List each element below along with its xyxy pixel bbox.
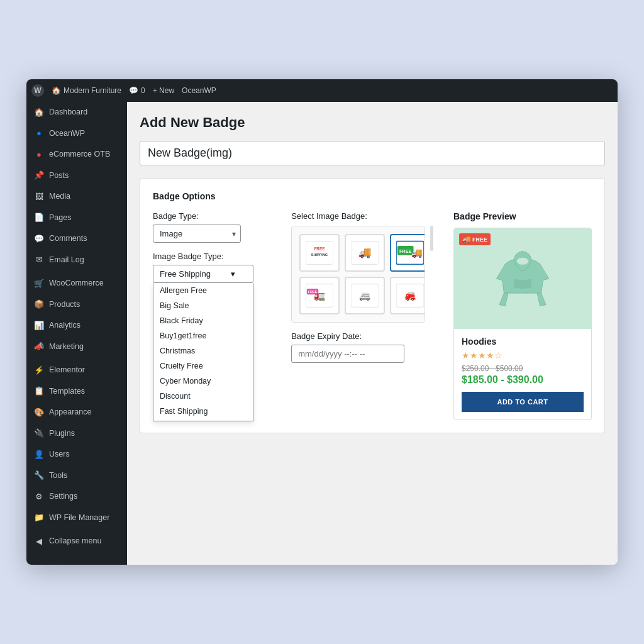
svg-point-17 (517, 258, 528, 265)
product-badge: 🚚 FREE (459, 233, 491, 245)
select-image-badge-label: Select Image Badge: (291, 211, 433, 221)
ecommerce-icon: ● (34, 150, 44, 160)
free-shipping-badge-4-icon: 🚛 FREE (306, 282, 333, 309)
dropdown-item-cruelty-free[interactable]: Cruelty Free (153, 358, 253, 374)
dropdown-selected-value[interactable]: Free Shipping ▾ (153, 265, 253, 283)
collapse-icon: ◀ (34, 536, 44, 547)
dropdown-item-big-sale[interactable]: Big Sale (153, 298, 253, 313)
sidebar-label-collapse: Collapse menu (49, 536, 101, 547)
dropdown-item-cyber-monday[interactable]: Cyber Monday (153, 374, 253, 389)
product-image-area: 🚚 FREE (454, 228, 591, 329)
sidebar-label-woocommerce: WooCommerce (49, 278, 104, 289)
products-icon: 📦 (34, 300, 44, 310)
dropdown-item-allergen-free[interactable]: Allergen Free (153, 283, 253, 298)
main-layout: 🏠 Dashboard ● OceanWP ● eCommerce OTB 📌 … (26, 102, 618, 565)
sidebar-item-comments[interactable]: 💬 Comments (26, 228, 127, 250)
sidebar-item-woocommerce[interactable]: 🛒 WooCommerce (26, 273, 127, 294)
sidebar-item-pages[interactable]: 📄 Pages (26, 208, 127, 229)
image-badge-type-dropdown[interactable]: Free Shipping ▾ Allergen Free Big Sale B… (153, 265, 253, 283)
theme-label: OceanWP (182, 86, 216, 95)
image-badge-grid: FREE SHIPPING 🚚 (291, 226, 425, 323)
tools-icon: 🔧 (34, 471, 44, 481)
sidebar-item-users[interactable]: 👤 Users (26, 444, 127, 465)
theme-link[interactable]: OceanWP (182, 86, 216, 95)
dropdown-item-discount[interactable]: Discount (153, 389, 253, 404)
badge-name-input[interactable] (140, 141, 605, 165)
dropdown-item-buy1get1free[interactable]: Buy1get1free (153, 328, 253, 343)
badge-type-select[interactable]: Image Text Custom (153, 225, 241, 243)
dropdown-item-christmas[interactable]: Christmas (153, 343, 253, 358)
free-shipping-badge-3-icon: FREE 🚚 (396, 239, 424, 267)
badge-option-2[interactable]: 🚚 (345, 234, 385, 272)
sidebar-item-email-log[interactable]: ✉ Email Log (26, 250, 127, 271)
email-log-icon: ✉ (34, 255, 44, 265)
sidebar-item-posts[interactable]: 📌 Posts (26, 165, 127, 187)
dropdown-item-black-friday[interactable]: Black Friday (153, 313, 253, 328)
sidebar-item-templates[interactable]: 📋 Templates (26, 381, 127, 402)
sidebar-item-products[interactable]: 📦 Products (26, 294, 127, 316)
sidebar-label-email-log: Email Log (49, 255, 84, 266)
sidebar-label-templates: Templates (49, 386, 85, 397)
sidebar-item-marketing[interactable]: 📣 Marketing (26, 336, 127, 358)
templates-icon: 📋 (34, 387, 44, 397)
sidebar-item-plugins[interactable]: 🔌 Plugins (26, 423, 127, 445)
svg-text:FREE: FREE (308, 291, 318, 294)
badge-option-6[interactable]: 🚒 (390, 277, 425, 314)
badge-preview-panel: Badge Preview 🚚 FREE (453, 211, 592, 420)
sidebar-label-comments: Comments (49, 233, 87, 245)
badge-options-card: Badge Options Badge Type: Image Text Cus… (140, 178, 605, 433)
sidebar-item-settings[interactable]: ⚙ Settings (26, 486, 127, 508)
product-info: Hoodies ★★★★☆ $250.00 - $500.00 $185.00 … (454, 329, 591, 419)
sidebar-item-media[interactable]: 🖼 Media (26, 186, 127, 208)
sidebar-label-dashboard: Dashboard (49, 107, 87, 118)
sidebar-item-collapse[interactable]: ◀ Collapse menu (26, 531, 127, 552)
sidebar-item-elementor[interactable]: ⚡ Elementor (26, 360, 127, 381)
badge-type-select-wrapper[interactable]: Image Text Custom (153, 225, 241, 243)
sidebar-label-users: Users (49, 449, 70, 460)
new-content-link[interactable]: + New (153, 86, 174, 95)
add-to-cart-button[interactable]: ADD TO CART (462, 392, 584, 412)
analytics-icon: 📊 (34, 321, 44, 331)
badge-options-title: Badge Options (153, 191, 592, 201)
admin-bar: W 🏠 Modern Furniture 💬 0 + New OceanWP (26, 79, 618, 102)
free-shipping-badge-2-icon: 🚚 (351, 239, 379, 267)
woocommerce-icon: 🛒 (34, 279, 44, 289)
sidebar-item-tools[interactable]: 🔧 Tools (26, 465, 127, 487)
sidebar-label-plugins: Plugins (49, 428, 75, 440)
sidebar-label-tools: Tools (49, 470, 67, 482)
badge-option-3[interactable]: FREE 🚚 (390, 234, 425, 272)
sidebar-item-analytics[interactable]: 📊 Analytics (26, 315, 127, 336)
wp-logo-button[interactable]: W (31, 84, 44, 97)
file-manager-icon: 📁 (34, 513, 44, 523)
sidebar-label-analytics: Analytics (49, 320, 80, 331)
svg-text:🚒: 🚒 (404, 291, 416, 302)
badge-option-1[interactable]: FREE SHIPPING (299, 234, 340, 272)
sidebar-label-products: Products (49, 299, 80, 311)
dropdown-item-fathers-day[interactable]: Fathers Day (153, 419, 253, 421)
sidebar-item-appearance[interactable]: 🎨 Appearance (26, 402, 127, 423)
product-stars: ★★★★☆ (462, 350, 584, 360)
badge-type-label: Badge Type: (153, 211, 271, 221)
free-shipping-badge-1-icon: FREE SHIPPING (306, 239, 333, 267)
sidebar-label-elementor: Elementor (49, 365, 85, 376)
posts-icon: 📌 (34, 171, 44, 181)
dropdown-list: Allergen Free Big Sale Black Friday Buy1… (153, 283, 253, 421)
free-shipping-badge-5-icon: 🚐 (351, 282, 379, 309)
comments-link[interactable]: 💬 0 (129, 86, 145, 95)
badge-expiry-input[interactable] (291, 345, 404, 363)
site-name: Modern Furniture (64, 86, 121, 95)
product-sale-price: $185.00 - $390.00 (462, 374, 584, 386)
dropdown-item-fast-shipping[interactable]: Fast Shipping (153, 404, 253, 419)
media-icon: 🖼 (34, 192, 44, 202)
sidebar-label-marketing: Marketing (49, 341, 84, 353)
image-badge-type-label: Image Badge Type: (153, 252, 271, 261)
sidebar-item-ecommerce[interactable]: ● eCommerce OTB (26, 144, 127, 165)
sidebar-item-oceanwp[interactable]: ● OceanWP (26, 123, 127, 145)
sidebar-item-wp-file-manager[interactable]: 📁 WP File Manager (26, 508, 127, 529)
badge-option-5[interactable]: 🚐 (345, 277, 385, 314)
image-grid-scrollbar[interactable] (430, 226, 433, 251)
hoodie-illustration (491, 241, 554, 316)
badge-option-4[interactable]: 🚛 FREE (299, 277, 340, 314)
sidebar-item-dashboard[interactable]: 🏠 Dashboard (26, 102, 127, 123)
site-name-link[interactable]: 🏠 Modern Furniture (52, 86, 121, 95)
